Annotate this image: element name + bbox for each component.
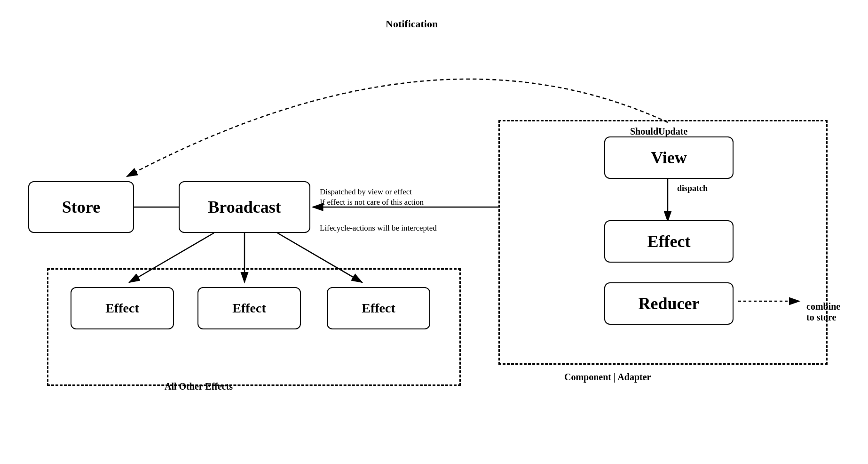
reducer-box: Reducer [604, 282, 734, 325]
component-adapter-label: Component | Adapter [564, 372, 651, 383]
dispatched-by-label: Dispatched by view or effect [320, 187, 412, 197]
effect1-box: Effect [71, 287, 174, 329]
effect2-box: Effect [197, 287, 301, 329]
should-update-label: ShouldUpdate [630, 126, 687, 137]
lifecycle-label: Lifecycle-actions will be intercepted [320, 224, 437, 233]
effect-right-box: Effect [604, 220, 734, 263]
view-box: View [604, 136, 734, 179]
combine-to-store-label: combine to store [806, 290, 840, 323]
notification-label: Notification [386, 18, 438, 30]
dispatch-label: dispatch [677, 184, 708, 193]
all-other-effects-label: All Other Effects [165, 381, 233, 392]
broadcast-box: Broadcast [179, 181, 310, 233]
diagram-container: Notification Store Broadcast ShouldUpdat… [0, 0, 868, 464]
effect3-box: Effect [327, 287, 430, 329]
store-box: Store [28, 181, 134, 233]
if-effect-label: If effect is not care of this action [320, 198, 424, 207]
